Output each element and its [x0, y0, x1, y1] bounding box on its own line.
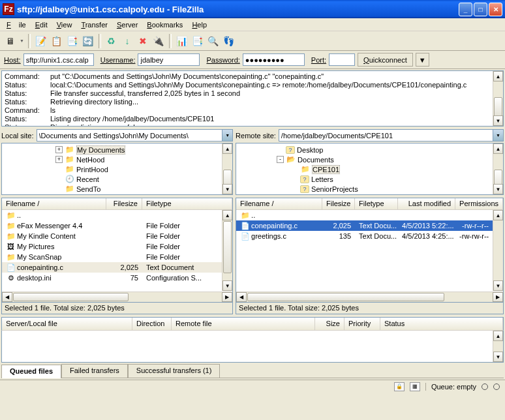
tree-item[interactable]: +📁NetHood [3, 155, 221, 164]
cancel-icon[interactable]: ↓ [121, 35, 134, 48]
toggle-tree-icon[interactable]: 📋 [50, 35, 63, 48]
remote-list-header[interactable]: Filename / Filesize Filetype Last modifi… [236, 198, 503, 210]
menu-edit[interactable]: Edit [31, 20, 52, 29]
remote-tree[interactable]: ?Desktop-📂Documents📁CPE101?Letters?Senio… [236, 143, 504, 195]
refresh-icon[interactable]: 🔄 [82, 35, 95, 48]
username-label: Username: [100, 56, 136, 64]
tree-item[interactable]: 📁PrintHood [3, 164, 221, 174]
log-line: Status:Retrieving directory listing... [5, 98, 490, 106]
menu-server[interactable]: Server [113, 20, 142, 29]
local-tree[interactable]: +📁My Documents+📁NetHood📁PrintHood🕘Recent… [1, 143, 233, 195]
queue-scrollbar[interactable]: ▲ ▼ [493, 331, 503, 362]
local-tree-scrollbar[interactable]: ▲ ▼ [222, 143, 232, 194]
list-item[interactable]: 🖼My PicturesFile Folder [2, 241, 222, 252]
tree-item[interactable]: +📁My Documents [3, 145, 221, 155]
log-line: Status:Directory listing successful [5, 123, 490, 127]
local-list-scrollbar[interactable]: ▲ ▼ [222, 210, 232, 291]
toolbar: 🖥 ▼ 📝 📋 📑 🔄 ♻ ↓ ✖ 🔌 📊 📑 🔍 👣 [0, 31, 505, 51]
scroll-down-icon[interactable]: ▼ [493, 115, 503, 126]
list-item[interactable]: 📁My Kindle ContentFile Folder [2, 231, 222, 241]
tree-item[interactable]: ?Desktop [237, 145, 491, 155]
compare-icon[interactable]: 📑 [191, 35, 204, 48]
queue-indicator-icon[interactable]: ▦ [410, 382, 420, 391]
menu-bookmarks[interactable]: Bookmarks [143, 20, 187, 29]
port-input[interactable] [329, 53, 355, 66]
col-server[interactable]: Server/Local file [2, 318, 132, 330]
disconnect-icon[interactable]: ✖ [136, 35, 149, 48]
scroll-thumb[interactable] [494, 97, 502, 117]
search-icon[interactable]: 👣 [222, 35, 236, 48]
log-line: Command:put "C:\Documents and Settings\J… [5, 72, 490, 81]
sitemanager-dropdown[interactable]: ▼ [20, 38, 24, 43]
filter-icon[interactable]: 📊 [176, 35, 189, 48]
toggle-log-icon[interactable]: 📝 [35, 35, 48, 48]
minimize-button[interactable]: _ [459, 3, 472, 16]
tab-successful[interactable]: Successful transfers (1) [128, 364, 221, 378]
col-modified[interactable]: Last modified [398, 198, 455, 209]
local-list-header[interactable]: Filename / Filesize Filetype [2, 198, 232, 210]
log-scrollbar-v[interactable]: ▲ ▼ [493, 71, 503, 126]
log-line: Command:ls [5, 106, 490, 115]
remote-site-dropdown[interactable]: ▼ [493, 129, 504, 142]
tree-item[interactable]: ?SeniorProjects [237, 184, 491, 194]
local-status: Selected 1 file. Total size: 2,025 bytes [1, 303, 233, 314]
quickconnect-button[interactable]: Quickconnect [358, 53, 413, 67]
tab-queued[interactable]: Queued files [1, 365, 61, 378]
lock-icon[interactable]: 🔒 [394, 382, 405, 391]
tab-failed[interactable]: Failed transfers [61, 364, 128, 378]
col-filetype[interactable]: Filetype [142, 198, 232, 209]
list-item[interactable]: 📄conepainting.c2,025Text Docu...4/5/2013… [236, 220, 493, 231]
menu-view[interactable]: View [53, 20, 76, 29]
list-item[interactable]: 📁eFax Messenger 4.4File Folder [2, 220, 222, 231]
list-item[interactable]: 📁My ScanSnapFile Folder [2, 252, 222, 262]
quickconnect-dropdown[interactable]: ▼ [416, 53, 429, 67]
maximize-button[interactable]: □ [474, 3, 487, 16]
password-input[interactable] [243, 53, 305, 66]
tree-item[interactable]: 📁SendTo [3, 184, 221, 194]
sitemanager-icon[interactable]: 🖥 [4, 35, 17, 48]
col-filename[interactable]: Filename / [236, 198, 322, 209]
remote-list-scrollbar-h[interactable]: ◀▶ [236, 292, 503, 302]
tree-item[interactable]: -📂Documents [237, 155, 491, 164]
col-size[interactable]: Size [315, 318, 344, 330]
col-permissions[interactable]: Permissions [455, 198, 503, 209]
close-button[interactable]: ✕ [489, 3, 502, 16]
local-site-input[interactable] [37, 129, 222, 142]
tree-item[interactable]: 🕘Recent [3, 174, 221, 184]
col-remote[interactable]: Remote file [172, 318, 315, 330]
tree-item[interactable]: ?Letters [237, 174, 491, 184]
remote-site-input[interactable] [279, 129, 493, 142]
list-item[interactable]: ⚙desktop.ini75Configuration S... [2, 273, 222, 283]
col-filesize[interactable]: Filesize [106, 198, 142, 209]
col-filesize[interactable]: Filesize [322, 198, 355, 209]
window-title: sftp://jdalbey@unix1.csc.calpoly.edu - F… [17, 5, 459, 14]
tree-item[interactable]: 📁CPE101 [237, 164, 491, 174]
process-queue-icon[interactable]: ♻ [105, 35, 118, 48]
col-filename[interactable]: Filename / [2, 198, 106, 209]
col-status[interactable]: Status [380, 318, 503, 330]
list-item[interactable]: 📄conepainting.c2,025Text Document [2, 262, 222, 273]
toggle-queue-icon[interactable]: 📑 [66, 35, 79, 48]
col-filetype[interactable]: Filetype [355, 198, 398, 209]
host-input[interactable] [23, 53, 94, 66]
menu-transfer[interactable]: Transfer [77, 20, 112, 29]
list-item[interactable]: 📁.. [2, 210, 222, 220]
col-direction[interactable]: Direction [132, 318, 172, 330]
menu-file[interactable]: File [3, 20, 30, 29]
scroll-up-icon[interactable]: ▲ [493, 71, 503, 82]
queue-status: Queue: empty [425, 383, 476, 391]
list-item[interactable]: 📁.. [236, 210, 493, 220]
local-list-scrollbar-h[interactable]: ◀▶ [2, 292, 232, 302]
sync-icon[interactable]: 🔍 [207, 35, 220, 48]
remote-list-scrollbar[interactable]: ▲ ▼ [493, 210, 503, 291]
local-site-dropdown[interactable]: ▼ [222, 129, 233, 142]
col-priority[interactable]: Priority [344, 318, 380, 330]
queue-body: ▲ ▼ [1, 330, 504, 363]
list-item[interactable]: 📄greetings.c135Text Docu...4/5/2013 4:25… [236, 231, 493, 241]
remote-tree-scrollbar[interactable]: ▲ ▼ [493, 143, 503, 194]
queue-header[interactable]: Server/Local file Direction Remote file … [1, 317, 504, 330]
username-input[interactable] [138, 53, 200, 66]
reconnect-icon[interactable]: 🔌 [152, 35, 165, 48]
menu-help[interactable]: Help [188, 20, 211, 29]
local-site-label: Local site: [1, 132, 35, 140]
